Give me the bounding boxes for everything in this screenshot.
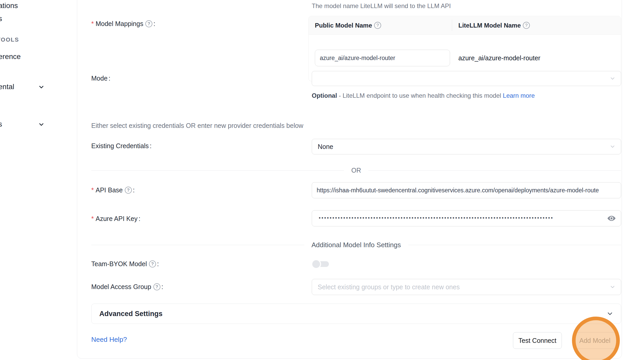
litellm-model-name-value: azure_ai/azure-model-router <box>458 54 540 62</box>
model-mappings-label: * Model Mappings ? : <box>91 20 155 28</box>
eye-icon[interactable] <box>606 213 617 224</box>
sidebar-item-models[interactable]: s <box>0 15 2 23</box>
masked-password-value: ••••••••••••••••••••••••••••••••••••••••… <box>319 215 554 221</box>
select-placeholder: Select existing groups or type to create… <box>318 283 460 291</box>
label-text: Model Mappings <box>96 20 143 28</box>
chevron-down-icon <box>38 84 45 90</box>
existing-credentials-label: Existing Credentials : <box>91 142 152 150</box>
help-rest: - LiteLLM endpoint to use when health ch… <box>337 92 503 99</box>
sidebar-item-label: ations <box>0 2 18 10</box>
chevron-down-icon <box>609 75 616 82</box>
label-text: Mode <box>91 75 108 82</box>
label-colon: : <box>150 142 152 150</box>
add-model-form-card: The model name LiteLLM will send to the … <box>77 0 622 359</box>
help-icon[interactable]: ? <box>149 260 156 267</box>
azure-api-key-label: * Azure API Key : <box>91 215 140 222</box>
table-header-row: Public Model Name ? LiteLLM Model Name ? <box>309 16 621 35</box>
sidebar-nav: ations s TOOLS erence ental s <box>0 0 77 360</box>
toggle-knob <box>312 260 320 268</box>
required-asterisk: * <box>91 215 94 222</box>
label-colon: : <box>153 20 155 28</box>
litellm-model-name-help-text: The model name LiteLLM will send to the … <box>312 2 451 10</box>
mode-label: Mode : <box>91 75 110 82</box>
mode-select[interactable] <box>312 71 621 86</box>
label-colon: : <box>139 215 140 222</box>
label-colon: : <box>109 75 110 82</box>
sidebar-item-label: ental <box>0 83 14 91</box>
litellm-model-name-header: LiteLLM Model Name ? <box>452 16 536 35</box>
add-model-page: ations s TOOLS erence ental s The model … <box>0 0 644 360</box>
help-icon[interactable]: ? <box>125 187 132 194</box>
existing-credentials-select[interactable]: None <box>312 139 621 154</box>
azure-api-key-input[interactable]: ••••••••••••••••••••••••••••••••••••••••… <box>312 210 621 226</box>
api-base-label: * API Base ? : <box>91 186 135 194</box>
label-text: Existing Credentials <box>91 142 149 150</box>
label-colon: : <box>157 260 159 268</box>
divider-text: OR <box>344 167 368 174</box>
chevron-down-icon <box>609 143 616 150</box>
learn-more-link[interactable]: Learn more <box>503 92 535 99</box>
help-icon[interactable]: ? <box>145 20 152 27</box>
sidebar-item-organizations[interactable]: ations <box>0 2 18 10</box>
header-text: Public Model Name <box>315 22 372 29</box>
public-model-name-header: Public Model Name ? <box>309 16 452 35</box>
sidebar-item-label: erence <box>0 53 21 61</box>
mode-help-text: Optional - LiteLLM endpoint to use when … <box>312 90 538 101</box>
sidebar-section-tools: TOOLS <box>0 36 19 43</box>
required-asterisk: * <box>91 186 94 194</box>
help-icon[interactable]: ? <box>153 283 160 290</box>
chevron-down-icon <box>609 284 616 290</box>
model-access-group-select[interactable]: Select existing groups or type to create… <box>312 279 621 295</box>
label-text: Team-BYOK Model <box>91 260 147 268</box>
need-help-link[interactable]: Need Help? <box>91 336 127 344</box>
test-connect-button[interactable]: Test Connect <box>513 332 562 349</box>
team-byok-label: Team-BYOK Model ? : <box>91 260 159 268</box>
advanced-settings-title: Advanced Settings <box>99 310 162 318</box>
chevron-down-icon <box>38 121 45 128</box>
select-value: None <box>318 143 333 150</box>
model-access-group-label: Model Access Group ? : <box>91 283 163 291</box>
label-text: Model Access Group <box>91 283 151 291</box>
divider-text: Additional Model Info Settings <box>304 241 408 249</box>
credentials-note: Either select existing credentials OR en… <box>91 122 303 129</box>
label-text: Azure API Key <box>96 215 138 222</box>
label-colon: : <box>161 283 163 291</box>
add-model-button[interactable]: Add Model <box>573 332 617 349</box>
sidebar-item-settings[interactable]: s <box>0 120 2 128</box>
help-icon[interactable]: ? <box>523 22 530 29</box>
sidebar-item-label: s <box>0 120 2 128</box>
advanced-settings-panel[interactable]: Advanced Settings <box>91 304 621 324</box>
sidebar-item-label: s <box>0 15 2 23</box>
api-base-input[interactable] <box>312 182 621 198</box>
public-model-name-input[interactable] <box>315 50 450 66</box>
label-colon: : <box>133 186 135 194</box>
sidebar-section-label: TOOLS <box>0 36 19 43</box>
help-icon[interactable]: ? <box>374 22 381 29</box>
additional-settings-divider: Additional Model Info Settings <box>91 241 621 249</box>
required-asterisk: * <box>91 20 94 28</box>
chevron-down-icon <box>606 310 614 317</box>
header-text: LiteLLM Model Name <box>458 22 521 29</box>
sidebar-item-api-reference[interactable]: erence <box>0 53 21 61</box>
sidebar-item-experimental[interactable]: ental <box>0 83 14 91</box>
help-bold: Optional <box>312 92 337 99</box>
or-divider: OR <box>91 167 621 174</box>
label-text: API Base <box>96 186 123 194</box>
team-byok-toggle[interactable] <box>312 260 329 268</box>
